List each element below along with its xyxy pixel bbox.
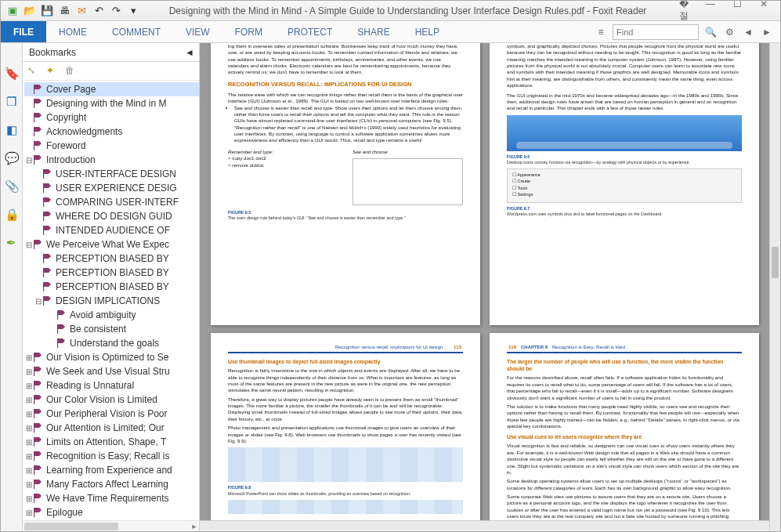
bookmark-item[interactable]: Designing with the Mind in M	[24, 96, 199, 110]
new-bookmark-icon[interactable]: ✦	[46, 65, 59, 78]
bookmark-item[interactable]: ⊞Our Vision is Optimized to Se	[24, 350, 199, 364]
bookmark-item[interactable]: COMPARING USER-INTERF	[24, 195, 199, 209]
bookmark-item[interactable]: ⊞Recognition is Easy; Recall is	[24, 449, 199, 463]
bookmark-item[interactable]: ⊞Many Factors Affect Learning	[24, 477, 199, 491]
doc-hscroll[interactable]	[200, 520, 769, 531]
panel-collapse-icon[interactable]: ◄	[185, 43, 194, 61]
search-icon[interactable]: 🔍	[703, 25, 718, 39]
body-text: Photo management and presentation applic…	[228, 425, 463, 444]
comments-tab-icon[interactable]: 💬	[5, 151, 19, 165]
bookmark-item[interactable]: ⊞Reading is Unnatural	[24, 378, 199, 393]
bookmark-item[interactable]: Understand the goals	[24, 336, 199, 350]
bookmark-label: We Have Time Requirements	[46, 493, 169, 504]
bookmark-item[interactable]: ⊞Our Attention is Limited; Our	[24, 421, 199, 435]
bookmarks-hscroll[interactable]: ◄ ►	[23, 520, 199, 531]
bookmarks-tree[interactable]: Cover PageDesigning with the Mind in MCo…	[23, 81, 199, 520]
qat-dropdown-icon[interactable]: ▾	[126, 4, 140, 18]
bookmark-item[interactable]: USER EXPERIENCE DESIG	[24, 181, 199, 195]
bookmark-flag-icon	[57, 338, 67, 348]
tree-twisty-icon[interactable]: ⊞	[24, 466, 34, 475]
bookmark-label: Many Factors Affect Learning	[46, 479, 168, 490]
tree-twisty-icon[interactable]: ⊞	[24, 382, 34, 390]
bookmark-item[interactable]: Be consistent	[24, 322, 199, 336]
tab-comment[interactable]: COMMENT	[99, 21, 173, 42]
bookmark-item[interactable]: ⊞Learning from Experience and	[24, 463, 199, 477]
tree-twisty-icon[interactable]: ⊟	[24, 241, 34, 249]
ribbon-toggle-icon[interactable]: �절	[675, 0, 692, 23]
bookmark-label: Copyright	[46, 112, 86, 123]
bookmark-item[interactable]: ⊞We Have Time Requirements	[24, 491, 199, 505]
bookmark-item[interactable]: Avoid ambiguity	[24, 308, 199, 322]
document-view[interactable]: ing them in overseas sales or presentati…	[200, 43, 780, 531]
security-tab-icon[interactable]: 🔒	[5, 208, 19, 222]
svg-rect-7	[43, 183, 44, 193]
email-icon[interactable]: ✉	[74, 4, 89, 18]
layers-tab-icon[interactable]: ◧	[5, 123, 19, 137]
pages-tab-icon[interactable]: ❐	[5, 95, 19, 109]
tree-twisty-icon[interactable]: ⊞	[24, 438, 34, 447]
tree-twisty-icon[interactable]: ⊞	[24, 494, 34, 503]
scroll-thumb[interactable]	[772, 247, 779, 278]
bookmark-item[interactable]: PERCEPTION BIASED BY	[24, 266, 199, 280]
bookmark-item[interactable]: Acknowledgments	[24, 125, 199, 139]
signatures-tab-icon[interactable]: ✒	[5, 236, 19, 250]
tab-view[interactable]: VIEW	[173, 21, 222, 42]
bookmark-item[interactable]: PERCEPTION BIASED BY	[24, 252, 199, 266]
bookmark-item[interactable]: ⊞We Seek and Use Visual Stru	[24, 364, 199, 378]
bookmark-item[interactable]: PERCEPTION BIASED BY	[24, 280, 199, 294]
tab-share[interactable]: SHARE	[345, 21, 402, 42]
bookmark-item[interactable]: WHERE DO DESIGN GUID	[24, 209, 199, 223]
scroll-right-icon[interactable]: ►	[190, 521, 199, 531]
print-icon[interactable]: 🖶	[57, 4, 71, 18]
tree-twisty-icon[interactable]: ⊟	[34, 297, 43, 306]
panel-item: ☐ Tools	[512, 185, 736, 191]
tab-form[interactable]: FORM	[222, 21, 275, 42]
bookmark-item[interactable]: ⊞Epilogue	[24, 505, 199, 519]
bookmark-item[interactable]: ⊟We Perceive What We Expec	[24, 237, 199, 252]
close-icon[interactable]: ✕	[755, 0, 772, 23]
bookmark-item[interactable]: INTENDED AUDIENCE OF	[24, 223, 199, 237]
tree-twisty-icon[interactable]: ⊞	[24, 508, 34, 517]
bookmark-item[interactable]: Foreword	[24, 139, 199, 153]
bookmark-item[interactable]: ⊞Limits on Attention, Shape, T	[24, 435, 199, 449]
svg-rect-27	[34, 465, 34, 475]
tree-twisty-icon[interactable]: ⊞	[24, 410, 34, 418]
open-icon[interactable]: 📂	[23, 4, 37, 18]
tree-twisty-icon[interactable]: ⊞	[24, 452, 34, 461]
tree-twisty-icon[interactable]: ⊟	[24, 156, 34, 165]
tab-help[interactable]: HELP	[403, 21, 452, 42]
scroll-thumb[interactable]	[24, 523, 118, 530]
bullets-icon[interactable]: ≡	[594, 25, 608, 39]
search-input[interactable]	[613, 24, 699, 40]
tab-protect[interactable]: PROTECT	[275, 21, 345, 42]
undo-icon[interactable]: ↶	[92, 4, 106, 18]
tree-twisty-icon[interactable]: ⊞	[24, 367, 34, 376]
settings-icon[interactable]: ⚙	[722, 25, 736, 39]
tab-file[interactable]: FILE	[1, 21, 46, 42]
maximize-icon[interactable]: ☐	[729, 0, 746, 23]
bookmark-trash-icon[interactable]: 🗑	[65, 65, 78, 78]
doc-vscroll[interactable]	[769, 43, 780, 531]
bookmark-item[interactable]: Cover Page	[24, 82, 199, 96]
bookmark-item[interactable]: Copyright	[24, 110, 199, 125]
next-icon[interactable]: ►	[760, 25, 774, 39]
bookmark-item[interactable]: ⊟Introduction	[24, 153, 199, 167]
bookmark-item[interactable]: ⊟DESIGN IMPLICATIONS	[24, 294, 199, 308]
bookmark-flag-icon	[34, 353, 43, 362]
bookmark-item[interactable]: USER-INTERFACE DESIGN	[24, 167, 199, 181]
save-icon[interactable]: 💾	[40, 4, 54, 18]
expand-all-icon[interactable]: ⤡	[27, 65, 40, 78]
attachments-tab-icon[interactable]: 📎	[5, 179, 19, 194]
tree-twisty-icon[interactable]: ⊞	[24, 480, 34, 489]
minimize-icon[interactable]: —	[702, 0, 719, 23]
prev-icon[interactable]: ◄	[741, 25, 755, 39]
tree-twisty-icon[interactable]: ⊞	[24, 396, 34, 404]
redo-icon[interactable]: ↷	[109, 4, 123, 18]
tree-twisty-icon[interactable]: ⊞	[24, 424, 34, 432]
tree-twisty-icon[interactable]: ⊞	[24, 353, 34, 362]
bookmarks-tab-icon[interactable]: 🔖	[5, 67, 19, 81]
bookmark-item[interactable]: ⊞Our Peripheral Vision is Poor	[24, 407, 199, 421]
tab-home[interactable]: HOME	[46, 21, 99, 42]
bookmark-item[interactable]: ⊞Our Color Vision is Limited	[24, 393, 199, 407]
bookmark-label: Learning from Experience and	[46, 465, 172, 476]
